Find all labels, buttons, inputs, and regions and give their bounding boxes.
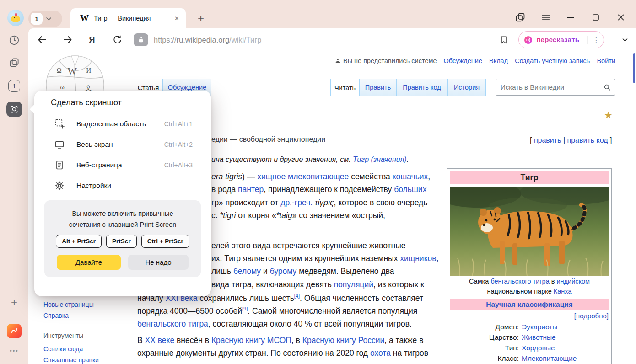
wiki-link[interactable]: Канха [554, 288, 572, 295]
forward-button[interactable] [62, 34, 73, 45]
wiki-link[interactable]: бурому [270, 267, 297, 276]
sidebar-link-what-links-here[interactable]: Ссылки сюда [43, 345, 83, 353]
wiki-link[interactable]: Хордовые [522, 343, 555, 353]
music-button[interactable] [7, 324, 22, 338]
tab-read[interactable]: Читать [330, 79, 360, 96]
tab-counter[interactable]: 1 [28, 11, 62, 27]
wiki-link[interactable]: охота [370, 348, 391, 358]
wiki-link[interactable]: XX веке [145, 336, 175, 345]
key-badge: Ctrl + PrtScr [141, 235, 189, 248]
wiki-link[interactable]: млекопитающее [288, 172, 349, 181]
wave-icon [9, 326, 19, 336]
article-line: лишь белому и бурому медведям. Выделено … [211, 267, 394, 276]
add-panel-button[interactable]: + [0, 296, 28, 309]
svg-text:И: И [86, 66, 91, 74]
wiki-link[interactable]: больших [394, 185, 426, 194]
wiki-link[interactable]: пантер [238, 185, 264, 194]
article-line: порядка 4000—6500 особей[9]. Самой много… [137, 306, 417, 316]
sidebar-link-help[interactable]: Справка [43, 312, 69, 319]
bookmark-button[interactable] [498, 34, 509, 45]
menu-item-capture-page[interactable]: Веб-страница Ctrl+Alt+3 [34, 155, 211, 175]
wiki-link[interactable]: Красную книгу МСОП [211, 336, 291, 345]
wiki-link[interactable]: подробно [576, 312, 607, 320]
reload-button[interactable] [112, 34, 123, 45]
profile-avatar[interactable] [7, 10, 24, 26]
tab-groups-icon[interactable] [514, 11, 527, 24]
tabs-stack-button[interactable] [0, 57, 28, 69]
personal-link-login[interactable]: Войти [597, 57, 615, 64]
history-button[interactable] [0, 34, 28, 46]
minimize-button[interactable] [564, 11, 577, 24]
wiki-link[interactable]: править [534, 136, 561, 144]
notice-text: сочетания с клавишей Print Screen [44, 219, 201, 230]
shortcut-label: Ctrl+Alt+3 [164, 161, 193, 169]
wiki-search-box[interactable] [496, 79, 615, 96]
decline-button[interactable]: Не надо [128, 255, 189, 270]
page-scrollbar-thumb[interactable] [633, 53, 635, 83]
maximize-button[interactable] [589, 11, 602, 24]
sidebar-link-related-changes[interactable]: Связанные правки [43, 356, 99, 364]
wikipedia-favicon: W [80, 13, 89, 23]
retell-more-icon[interactable]: ⋮ [587, 36, 600, 44]
wiki-link[interactable]: популяций [334, 280, 373, 289]
menu-item-capture-area[interactable]: Выделенная область Ctrl+Alt+1 [34, 113, 211, 134]
site-info-chip[interactable] [134, 33, 148, 46]
wiki-link[interactable]: кошачьих [393, 172, 428, 181]
user-icon [334, 58, 341, 64]
wiki-link[interactable]: бенгальского тигра [490, 278, 549, 285]
notice-buttons: Давайте Не надо [44, 255, 201, 270]
tab-history[interactable]: История [447, 79, 486, 96]
wiki-link[interactable]: Тигр (значения) [353, 155, 407, 163]
article-line: бенгальского тигра, составляющая около 4… [137, 319, 412, 329]
article-line: вида тигра, включающих девять популяций,… [211, 280, 424, 289]
taxonomy-row: Тип:Хордовые [450, 343, 609, 353]
tab-title: Тигр — Википедия [94, 15, 169, 22]
search-icon[interactable] [603, 83, 611, 91]
wiki-link[interactable]: бенгальского тигра [137, 319, 208, 328]
back-button[interactable] [37, 34, 48, 45]
chevron-down-icon [46, 17, 51, 21]
svg-text:W: W [68, 66, 77, 77]
download-button[interactable] [620, 34, 631, 45]
wiki-link[interactable]: Красную книгу России [302, 336, 385, 345]
personal-link-talk[interactable]: Обсуждение [443, 57, 482, 64]
wiki-link[interactable]: Млекопитающие [522, 353, 577, 364]
personal-link-create-account[interactable]: Создать учётную запись [515, 57, 590, 64]
menu-item-capture-screen[interactable]: Весь экран Ctrl+Alt+2 [34, 134, 211, 155]
personal-link-contribs[interactable]: Вклад [489, 57, 508, 64]
wiki-link[interactable]: белому [233, 267, 261, 276]
wiki-link[interactable]: Животные [522, 332, 556, 343]
address-bar[interactable]: https://ru.wikipedia.org/wiki/Тигр [154, 28, 262, 51]
counter-badge-button[interactable]: 1 [8, 80, 20, 92]
tab-close-icon[interactable]: ✕ [174, 15, 179, 22]
tab-edit[interactable]: Править [360, 79, 396, 96]
wiki-link[interactable]: Эукариоты [522, 321, 557, 332]
yandex-button[interactable]: Я [86, 34, 97, 45]
new-tab-button[interactable]: + [194, 12, 208, 26]
accept-button[interactable]: Давайте [57, 255, 121, 270]
close-button[interactable] [614, 11, 627, 24]
browser-tab[interactable]: W Тигр — Википедия ✕ [70, 8, 186, 28]
wiki-link[interactable]: хищное [257, 172, 286, 181]
wiki-link[interactable]: [9] [242, 306, 248, 311]
wiki-link[interactable]: др.-греч. [280, 198, 313, 207]
screenshot-button[interactable] [6, 102, 22, 117]
wiki-link[interactable]: править код [567, 136, 608, 144]
menu-icon[interactable] [539, 11, 552, 24]
tiger-image[interactable] [450, 187, 609, 276]
search-input[interactable] [501, 83, 603, 91]
shortcut-label: Ctrl+Alt+1 [164, 120, 193, 128]
tab-edit-source[interactable]: Править код [396, 79, 447, 96]
gear-icon [54, 180, 65, 191]
classification-header[interactable]: Научная классификация [450, 299, 609, 310]
retell-button[interactable]: пересказать ⋮ [518, 31, 604, 48]
more-button[interactable]: ••• [0, 348, 28, 354]
sidebar-link-new-pages[interactable]: Новые страницы [43, 301, 94, 308]
featured-star-icon[interactable]: ★ [604, 110, 613, 121]
wiki-link[interactable]: индийском [556, 278, 590, 285]
browser-tab-bar: 1 W Тигр — Википедия ✕ + [0, 0, 636, 28]
menu-item-settings[interactable]: Настройки [34, 175, 211, 196]
wiki-link[interactable]: [4] [294, 293, 300, 299]
taxobox-title: Тигр [450, 171, 609, 184]
wiki-link[interactable]: хищников [400, 254, 436, 263]
